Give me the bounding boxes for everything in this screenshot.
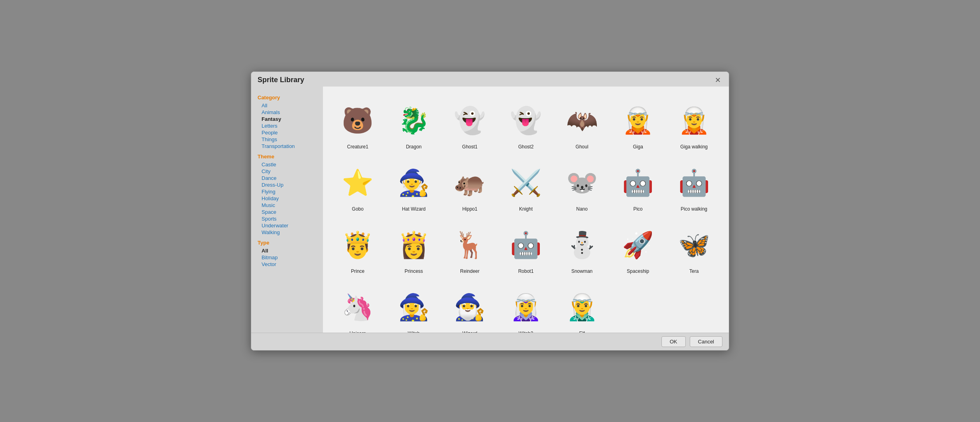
sprite-label-pico-walking: Pico walking — [681, 206, 707, 212]
sidebar-item-walking[interactable]: Walking — [258, 229, 317, 236]
ok-button[interactable]: OK — [661, 336, 686, 347]
sprite-label-robot1: Robot1 — [518, 268, 534, 274]
sidebar-item-type-all-type[interactable]: All — [258, 247, 317, 254]
sprite-visual-reindeer: 🦌 — [448, 223, 492, 267]
sprite-item-dragon[interactable]: 🐉Dragon — [387, 95, 441, 153]
sprite-label-reindeer: Reindeer — [460, 268, 480, 274]
sprite-label-hippo1: Hippo1 — [462, 206, 477, 212]
sprite-item-hat-wizard[interactable]: 🧙Hat Wizard — [387, 157, 441, 215]
sprite-label-giga: Giga — [633, 144, 643, 150]
sprite-item-ghost1[interactable]: 👻Ghost1 — [443, 95, 497, 153]
sprite-label-prince: Prince — [351, 268, 364, 274]
sprite-item-nano[interactable]: 🐭Nano — [555, 157, 609, 215]
sprite-label-princess: Princess — [405, 268, 423, 274]
sprite-label-tera: Tera — [689, 268, 699, 274]
sidebar-item-people[interactable]: People — [258, 129, 317, 136]
sprite-item-giga-walking[interactable]: 🧝Giga walking — [667, 95, 721, 153]
sprite-visual-wizard: 🧙‍♂️ — [448, 285, 492, 329]
sprite-visual-ghoul: 🦇 — [560, 99, 604, 142]
sidebar-item-transportation[interactable]: Transportation — [258, 143, 317, 150]
sidebar-item-all[interactable]: All — [258, 102, 317, 109]
sprite-label-ghost2: Ghost2 — [518, 144, 534, 150]
sprite-item-gobo[interactable]: ⭐Gobo — [331, 157, 385, 215]
category-list: AllAnimalsFantasyLettersPeopleThingsTran… — [258, 102, 317, 150]
sprite-item-tera[interactable]: 🦋Tera — [667, 219, 721, 277]
sprite-visual-knight: ⚔️ — [504, 161, 548, 205]
sprite-library-dialog: Sprite Library ✕ Category AllAnimalsFant… — [251, 71, 729, 351]
sprite-visual-ghost1: 👻 — [448, 99, 492, 142]
sprite-label-snowman: Snowman — [571, 268, 592, 274]
sprite-label-ghoul: Ghoul — [576, 144, 588, 150]
sprite-label-nano: Nano — [576, 206, 588, 212]
sprite-item-giga[interactable]: 🧝Giga — [611, 95, 665, 153]
sidebar-item-letters[interactable]: Letters — [258, 122, 317, 129]
close-button[interactable]: ✕ — [713, 77, 722, 84]
sprite-item-ghoul[interactable]: 🦇Ghoul — [555, 95, 609, 153]
sprite-label-creature1: Creature1 — [347, 144, 368, 150]
sprite-item-pico-walking[interactable]: 🤖Pico walking — [667, 157, 721, 215]
sprite-item-spaceship[interactable]: 🚀Spaceship — [611, 219, 665, 277]
sidebar-item-things[interactable]: Things — [258, 136, 317, 143]
sidebar-item-city[interactable]: City — [258, 168, 317, 175]
sprite-visual-witch: 🧙‍♀️ — [392, 285, 436, 329]
sprite-visual-witch2: 🧝‍♀️ — [504, 285, 548, 329]
sprite-visual-hippo1: 🦛 — [448, 161, 492, 205]
sprite-visual-robot1: 🤖 — [504, 223, 548, 267]
sidebar-item-type-bitmap[interactable]: Bitmap — [258, 254, 317, 261]
sidebar-item-castle[interactable]: Castle — [258, 161, 317, 168]
category-section-label: Category — [258, 95, 317, 101]
sprite-visual-giga: 🧝 — [616, 99, 660, 142]
sprite-visual-pico-walking: 🤖 — [672, 161, 716, 205]
sprite-item-reindeer[interactable]: 🦌Reindeer — [443, 219, 497, 277]
sprite-item-snowman[interactable]: ⛄Snowman — [555, 219, 609, 277]
sprite-visual-hat-wizard: 🧙 — [392, 161, 436, 205]
sprite-label-hat-wizard: Hat Wizard — [402, 206, 425, 212]
sprite-visual-elf: 🧝‍♂️ — [560, 285, 604, 329]
sidebar-item-type-vector[interactable]: Vector — [258, 261, 317, 268]
sidebar-item-sports[interactable]: Sports — [258, 215, 317, 222]
sidebar-item-flying[interactable]: Flying — [258, 188, 317, 195]
sprite-visual-snowman: ⛄ — [560, 223, 604, 267]
sprite-visual-spaceship: 🚀 — [616, 223, 660, 267]
main-content: 🐻Creature1🐉Dragon👻Ghost1👻Ghost2🦇Ghoul🧝Gi… — [323, 87, 729, 333]
theme-list: CastleCityDanceDress-UpFlyingHolidayMusi… — [258, 161, 317, 236]
sprite-label-spaceship: Spaceship — [627, 268, 649, 274]
sprite-visual-pico: 🤖 — [616, 161, 660, 205]
sprite-item-hippo1[interactable]: 🦛Hippo1 — [443, 157, 497, 215]
dialog-body: Category AllAnimalsFantasyLettersPeopleT… — [251, 87, 729, 333]
sprite-label-pico: Pico — [633, 206, 642, 212]
sprite-label-ghost1: Ghost1 — [462, 144, 478, 150]
sprite-item-wizard[interactable]: 🧙‍♂️Wizard — [443, 281, 497, 333]
sidebar-item-dance[interactable]: Dance — [258, 175, 317, 181]
sprite-item-witch[interactable]: 🧙‍♀️Witch — [387, 281, 441, 333]
cancel-button[interactable]: Cancel — [690, 336, 722, 347]
sprite-item-robot1[interactable]: 🤖Robot1 — [499, 219, 553, 277]
sprite-item-witch2[interactable]: 🧝‍♀️Witch2 — [499, 281, 553, 333]
sidebar-item-fantasy[interactable]: Fantasy — [258, 116, 317, 122]
sprite-grid: 🐻Creature1🐉Dragon👻Ghost1👻Ghost2🦇Ghoul🧝Gi… — [331, 95, 721, 333]
sprite-label-dragon: Dragon — [406, 144, 421, 150]
sidebar-item-music[interactable]: Music — [258, 202, 317, 209]
sprite-item-pico[interactable]: 🤖Pico — [611, 157, 665, 215]
sprite-item-elf[interactable]: 🧝‍♂️Elf — [555, 281, 609, 333]
sprite-visual-ghost2: 👻 — [504, 99, 548, 142]
sprite-item-knight[interactable]: ⚔️Knight — [499, 157, 553, 215]
dialog-footer: OK Cancel — [251, 333, 729, 350]
sprite-label-giga-walking: Giga walking — [680, 144, 708, 150]
sidebar-item-holiday[interactable]: Holiday — [258, 195, 317, 202]
sidebar-item-dress-up[interactable]: Dress-Up — [258, 181, 317, 188]
type-list: AllBitmapVector — [258, 247, 317, 268]
sprite-visual-princess: 👸 — [392, 223, 436, 267]
sprite-visual-gobo: ⭐ — [336, 161, 380, 205]
sprite-visual-giga-walking: 🧝 — [672, 99, 716, 142]
sprite-item-ghost2[interactable]: 👻Ghost2 — [499, 95, 553, 153]
sidebar-item-animals[interactable]: Animals — [258, 109, 317, 116]
sprite-item-princess[interactable]: 👸Princess — [387, 219, 441, 277]
sprite-item-creature1[interactable]: 🐻Creature1 — [331, 95, 385, 153]
sidebar-item-underwater[interactable]: Underwater — [258, 222, 317, 229]
sprite-item-unicorn[interactable]: 🦄Unicorn — [331, 281, 385, 333]
sprite-label-knight: Knight — [519, 206, 533, 212]
sidebar-item-space[interactable]: Space — [258, 209, 317, 215]
sprite-item-prince[interactable]: 🤴Prince — [331, 219, 385, 277]
sidebar: Category AllAnimalsFantasyLettersPeopleT… — [251, 87, 323, 333]
